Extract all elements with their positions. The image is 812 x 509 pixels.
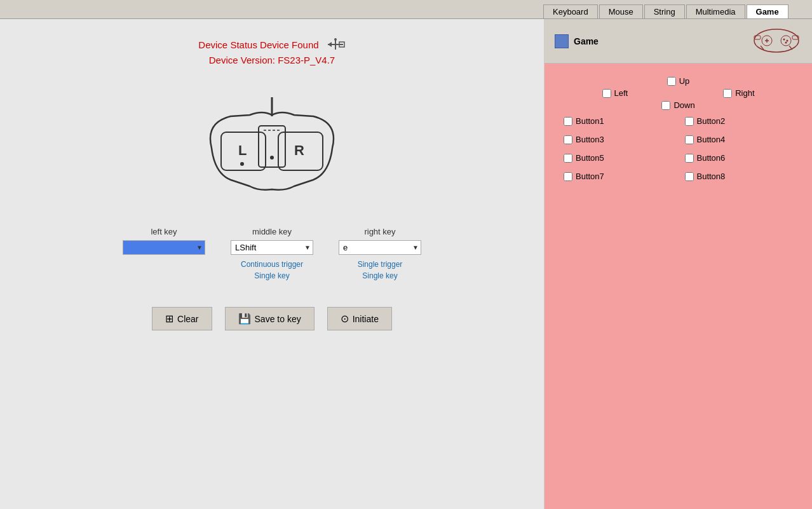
initiate-icon: ⊙ — [341, 313, 349, 325]
tab-keyboard[interactable]: Keyboard — [543, 4, 598, 18]
svg-point-19 — [783, 39, 785, 41]
svg-marker-2 — [328, 42, 332, 47]
left-key-select[interactable]: LShift LCtrl A — [123, 240, 205, 255]
tab-game[interactable]: Game — [747, 4, 788, 18]
middle-key-group: middle key LShift LCtrl A ▼ Continuous t… — [231, 227, 313, 282]
device-status-text: Device Status Device Found — [198, 39, 318, 50]
dpad-left-label[interactable]: Left — [602, 88, 628, 98]
controller-image: L R — [186, 97, 358, 201]
dpad-down-row: Down — [564, 100, 793, 110]
dpad-up-checkbox[interactable] — [667, 77, 676, 86]
gamepad-decorative-icon — [751, 27, 802, 55]
middle-key-select-wrapper: LShift LCtrl A ▼ — [231, 240, 313, 255]
key-selectors: left key LShift LCtrl A ▼ middle key LS — [123, 227, 421, 282]
button3-label[interactable]: Button3 — [564, 135, 672, 144]
svg-point-13 — [240, 162, 244, 166]
svg-text:L: L — [238, 142, 247, 158]
left-key-select-wrapper: LShift LCtrl A ▼ — [123, 240, 205, 255]
right-key-label: right key — [364, 227, 395, 236]
svg-point-4 — [334, 38, 337, 41]
button1-label[interactable]: Button1 — [564, 116, 672, 126]
button2-label[interactable]: Button2 — [685, 116, 794, 126]
button1-checkbox[interactable] — [564, 117, 572, 126]
game-icon-box — [555, 34, 569, 48]
svg-point-21 — [785, 42, 787, 44]
tab-mouse[interactable]: Mouse — [599, 4, 643, 18]
button4-checkbox[interactable] — [685, 135, 694, 144]
svg-text:R: R — [294, 142, 304, 158]
tab-multimedia[interactable]: Multimedia — [686, 4, 745, 18]
left-panel: Device Status Device Found Device Versio… — [0, 19, 544, 509]
dpad-left-checkbox[interactable] — [602, 89, 611, 98]
usb-icon — [325, 38, 346, 51]
right-panel: Game — [544, 19, 812, 509]
button7-checkbox[interactable] — [564, 172, 572, 181]
svg-point-16 — [781, 36, 791, 46]
middle-key-select[interactable]: LShift LCtrl A — [231, 240, 313, 255]
button7-label[interactable]: Button7 — [564, 172, 672, 181]
dpad-lr-row: Left Right — [602, 88, 755, 98]
button6-checkbox[interactable] — [685, 154, 694, 163]
left-key-label: left key — [151, 227, 177, 236]
game-header: Game — [545, 19, 812, 64]
button2-checkbox[interactable] — [685, 117, 694, 126]
dpad-right-label[interactable]: Right — [723, 88, 754, 98]
button3-checkbox[interactable] — [564, 135, 572, 144]
dpad-down-checkbox[interactable] — [661, 101, 670, 110]
svg-point-20 — [787, 40, 788, 42]
right-key-group: right key e LShift LCtrl A ▼ Single trig… — [339, 227, 421, 282]
button4-label[interactable]: Button4 — [685, 135, 794, 144]
main-layout: Device Status Device Found Device Versio… — [0, 19, 812, 509]
button6-label[interactable]: Button6 — [685, 153, 794, 163]
middle-key-info: Continuous trigger Single key — [241, 259, 303, 282]
right-key-select-wrapper: e LShift LCtrl A ▼ — [339, 240, 421, 255]
game-controls: Up Left Right Down — [545, 64, 812, 509]
button5-label[interactable]: Button5 — [564, 153, 672, 163]
game-panel-title: Game — [574, 36, 599, 46]
svg-point-11 — [270, 156, 274, 159]
dpad-down-label[interactable]: Down — [661, 100, 694, 110]
dpad-right-checkbox[interactable] — [723, 89, 732, 98]
dpad-up-row: Up — [564, 76, 793, 86]
dpad-up-label[interactable]: Up — [667, 76, 690, 86]
clear-icon: ⊞ — [165, 313, 173, 325]
save-to-key-button[interactable]: 💾 Save to key — [225, 307, 315, 330]
bottom-buttons: ⊞ Clear 💾 Save to key ⊙ Initiate — [152, 307, 392, 330]
device-status: Device Status Device Found — [198, 38, 345, 51]
button5-checkbox[interactable] — [564, 154, 572, 163]
tab-string[interactable]: String — [644, 4, 685, 18]
left-key-group: left key LShift LCtrl A ▼ — [123, 227, 205, 255]
save-icon: 💾 — [238, 313, 251, 325]
right-key-select[interactable]: e LShift LCtrl A — [339, 240, 421, 255]
clear-button[interactable]: ⊞ Clear — [152, 307, 212, 330]
buttons-section: Button1 Button2 Button3 Button4 Button5 — [564, 116, 793, 181]
game-header-left: Game — [555, 34, 599, 48]
initiate-button[interactable]: ⊙ Initiate — [327, 307, 392, 330]
right-key-info: Single trigger Single key — [358, 259, 403, 282]
middle-key-label: middle key — [252, 227, 292, 236]
device-version: Device Version: FS23-P_V4.7 — [209, 55, 335, 65]
tab-bar: Keyboard Mouse String Multimedia Game — [0, 0, 812, 19]
button8-label[interactable]: Button8 — [685, 172, 794, 181]
button8-checkbox[interactable] — [685, 172, 694, 181]
